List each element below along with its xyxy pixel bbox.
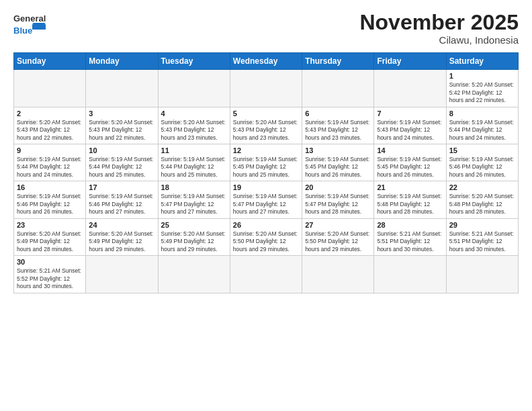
calendar-week-row: 16Sunrise: 5:19 AM Sunset: 5:46 PM Dayli… (14, 181, 519, 218)
calendar-cell: 7Sunrise: 5:19 AM Sunset: 5:43 PM Daylig… (374, 107, 446, 144)
weekday-header-tuesday: Tuesday (158, 53, 230, 70)
day-info: Sunrise: 5:19 AM Sunset: 5:43 PM Dayligh… (305, 119, 371, 142)
calendar-cell (158, 70, 230, 107)
day-number: 7 (377, 109, 443, 118)
calendar-cell: 27Sunrise: 5:20 AM Sunset: 5:50 PM Dayli… (302, 218, 374, 255)
calendar-cell (230, 70, 302, 107)
day-number: 2 (17, 109, 83, 118)
day-number: 26 (233, 221, 299, 229)
calendar-cell: 1Sunrise: 5:20 AM Sunset: 5:42 PM Daylig… (446, 70, 518, 107)
calendar-cell: 22Sunrise: 5:20 AM Sunset: 5:48 PM Dayli… (446, 181, 518, 218)
calendar-cell (446, 256, 518, 293)
weekday-header-row: SundayMondayTuesdayWednesdayThursdayFrid… (14, 53, 519, 70)
calendar-cell: 29Sunrise: 5:21 AM Sunset: 5:51 PM Dayli… (446, 218, 518, 255)
day-number: 19 (233, 183, 299, 191)
day-info: Sunrise: 5:21 AM Sunset: 5:51 PM Dayligh… (449, 230, 515, 253)
calendar-cell: 17Sunrise: 5:19 AM Sunset: 5:46 PM Dayli… (86, 181, 158, 218)
day-number: 4 (161, 109, 227, 118)
calendar-cell (158, 256, 230, 293)
day-info: Sunrise: 5:19 AM Sunset: 5:44 PM Dayligh… (449, 119, 515, 142)
svg-rect-2 (32, 24, 46, 30)
calendar-cell: 3Sunrise: 5:20 AM Sunset: 5:43 PM Daylig… (86, 107, 158, 144)
calendar-cell: 20Sunrise: 5:19 AM Sunset: 5:47 PM Dayli… (302, 181, 374, 218)
day-number: 24 (89, 221, 154, 229)
calendar-week-row: 2Sunrise: 5:20 AM Sunset: 5:43 PM Daylig… (14, 107, 519, 144)
day-info: Sunrise: 5:19 AM Sunset: 5:43 PM Dayligh… (377, 119, 443, 142)
day-info: Sunrise: 5:19 AM Sunset: 5:45 PM Dayligh… (305, 156, 371, 179)
weekday-header-monday: Monday (86, 53, 158, 70)
day-number: 27 (305, 221, 371, 229)
day-info: Sunrise: 5:20 AM Sunset: 5:50 PM Dayligh… (233, 230, 299, 253)
calendar-cell: 5Sunrise: 5:20 AM Sunset: 5:43 PM Daylig… (230, 107, 302, 144)
day-info: Sunrise: 5:19 AM Sunset: 5:44 PM Dayligh… (17, 156, 83, 179)
calendar-cell (374, 70, 446, 107)
day-info: Sunrise: 5:19 AM Sunset: 5:47 PM Dayligh… (233, 193, 299, 216)
day-info: Sunrise: 5:19 AM Sunset: 5:45 PM Dayligh… (377, 156, 443, 179)
day-number: 15 (449, 146, 515, 154)
calendar-cell: 28Sunrise: 5:21 AM Sunset: 5:51 PM Dayli… (374, 218, 446, 255)
logo: General Blue (13, 11, 47, 39)
calendar-week-row: 1Sunrise: 5:20 AM Sunset: 5:42 PM Daylig… (14, 70, 519, 107)
day-info: Sunrise: 5:20 AM Sunset: 5:42 PM Dayligh… (449, 81, 515, 104)
day-number: 11 (161, 146, 227, 154)
calendar-cell: 12Sunrise: 5:19 AM Sunset: 5:45 PM Dayli… (230, 144, 302, 181)
day-info: Sunrise: 5:21 AM Sunset: 5:52 PM Dayligh… (17, 267, 83, 290)
calendar-cell: 16Sunrise: 5:19 AM Sunset: 5:46 PM Dayli… (14, 181, 86, 218)
location: Cilawu, Indonesia (359, 34, 519, 46)
weekday-header-wednesday: Wednesday (230, 53, 302, 70)
day-info: Sunrise: 5:19 AM Sunset: 5:46 PM Dayligh… (89, 193, 154, 216)
day-number: 8 (449, 109, 515, 118)
calendar-cell: 11Sunrise: 5:19 AM Sunset: 5:44 PM Dayli… (158, 144, 230, 181)
day-number: 5 (233, 109, 299, 118)
calendar-cell (14, 70, 86, 107)
day-number: 22 (449, 183, 515, 191)
svg-text:Blue: Blue (13, 26, 32, 36)
day-number: 9 (17, 146, 83, 154)
day-info: Sunrise: 5:19 AM Sunset: 5:46 PM Dayligh… (17, 193, 83, 216)
day-number: 20 (305, 183, 371, 191)
calendar-cell (302, 70, 374, 107)
calendar-cell (230, 256, 302, 293)
calendar-week-row: 23Sunrise: 5:20 AM Sunset: 5:49 PM Dayli… (14, 218, 519, 255)
day-info: Sunrise: 5:19 AM Sunset: 5:44 PM Dayligh… (89, 156, 154, 179)
calendar-cell: 19Sunrise: 5:19 AM Sunset: 5:47 PM Dayli… (230, 181, 302, 218)
day-number: 1 (449, 72, 515, 80)
day-number: 3 (89, 109, 154, 118)
calendar-cell: 6Sunrise: 5:19 AM Sunset: 5:43 PM Daylig… (302, 107, 374, 144)
calendar-cell: 14Sunrise: 5:19 AM Sunset: 5:45 PM Dayli… (374, 144, 446, 181)
day-info: Sunrise: 5:20 AM Sunset: 5:43 PM Dayligh… (161, 119, 227, 142)
calendar-cell: 25Sunrise: 5:20 AM Sunset: 5:49 PM Dayli… (158, 218, 230, 255)
calendar: SundayMondayTuesdayWednesdayThursdayFrid… (13, 52, 519, 293)
day-info: Sunrise: 5:19 AM Sunset: 5:48 PM Dayligh… (377, 193, 443, 216)
day-info: Sunrise: 5:20 AM Sunset: 5:50 PM Dayligh… (305, 230, 371, 253)
day-number: 17 (89, 183, 154, 191)
day-number: 14 (377, 146, 443, 154)
day-info: Sunrise: 5:20 AM Sunset: 5:43 PM Dayligh… (233, 119, 299, 142)
weekday-header-thursday: Thursday (302, 53, 374, 70)
day-number: 6 (305, 109, 371, 118)
calendar-cell: 9Sunrise: 5:19 AM Sunset: 5:44 PM Daylig… (14, 144, 86, 181)
day-info: Sunrise: 5:21 AM Sunset: 5:51 PM Dayligh… (377, 230, 443, 253)
weekday-header-sunday: Sunday (14, 53, 86, 70)
calendar-cell: 10Sunrise: 5:19 AM Sunset: 5:44 PM Dayli… (86, 144, 158, 181)
day-info: Sunrise: 5:20 AM Sunset: 5:43 PM Dayligh… (17, 119, 83, 142)
calendar-cell (86, 70, 158, 107)
day-number: 13 (305, 146, 371, 154)
calendar-cell: 30Sunrise: 5:21 AM Sunset: 5:52 PM Dayli… (14, 256, 86, 293)
day-number: 28 (377, 221, 443, 229)
svg-text:General: General (13, 13, 46, 24)
day-info: Sunrise: 5:20 AM Sunset: 5:48 PM Dayligh… (449, 193, 515, 216)
calendar-cell: 21Sunrise: 5:19 AM Sunset: 5:48 PM Dayli… (374, 181, 446, 218)
header: General Blue November 2025 Cilawu, Indon… (13, 11, 519, 46)
weekday-header-saturday: Saturday (446, 53, 518, 70)
day-number: 30 (17, 258, 83, 266)
month-title: November 2025 (359, 11, 519, 34)
day-info: Sunrise: 5:19 AM Sunset: 5:47 PM Dayligh… (305, 193, 371, 216)
day-number: 29 (449, 221, 515, 229)
calendar-cell: 26Sunrise: 5:20 AM Sunset: 5:50 PM Dayli… (230, 218, 302, 255)
day-number: 21 (377, 183, 443, 191)
calendar-cell: 23Sunrise: 5:20 AM Sunset: 5:49 PM Dayli… (14, 218, 86, 255)
calendar-cell (374, 256, 446, 293)
calendar-cell: 13Sunrise: 5:19 AM Sunset: 5:45 PM Dayli… (302, 144, 374, 181)
day-number: 23 (17, 221, 83, 229)
